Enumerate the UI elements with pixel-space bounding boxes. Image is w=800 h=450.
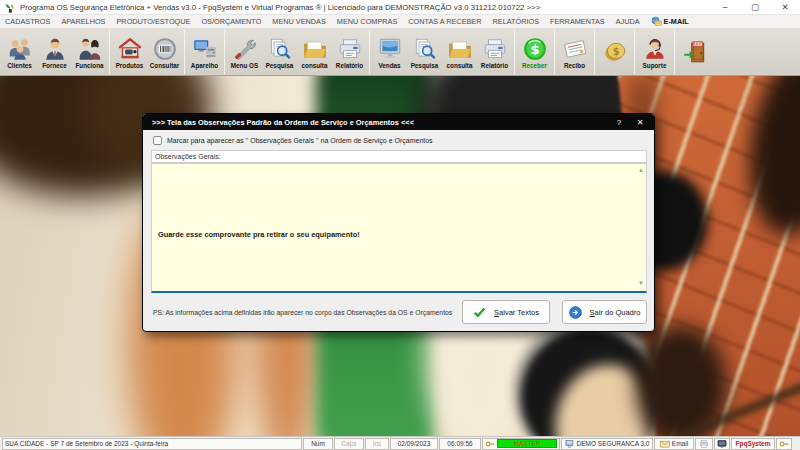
observacoes-textarea[interactable]: Guarde esse comprovante pra retirar o se… <box>151 163 647 293</box>
toolbar-button-funciona[interactable]: Funciona <box>72 30 107 74</box>
status-text: 02/09/2023 <box>398 440 431 447</box>
menu-item-os-orcamento[interactable]: OS/ORÇAMENTO <box>201 17 261 26</box>
menu-item-cadastros[interactable]: CADASTROS <box>5 17 50 26</box>
toolbar-button-label: Suporte <box>643 62 667 69</box>
statusbar: SUA CIDADE - SP 7 de Setembro de 2023 - … <box>0 436 800 450</box>
toolbar-button-aparelho[interactable]: Aparelho <box>187 30 222 74</box>
dialog-titlebar[interactable]: >>> Tela das Observações Padrão da Ordem… <box>143 114 654 130</box>
svg-text:EXIT: EXIT <box>693 42 703 46</box>
salvar-textos-button[interactable]: Salvar Textos <box>462 300 550 324</box>
status-segment-02-09-2023: 02/09/2023 <box>390 438 438 450</box>
maximize-button[interactable]: ▢ <box>740 0 770 15</box>
toolbar-button-receber[interactable]: $Receber <box>517 30 552 74</box>
checkbox-label: Marcar para aparecer as '' Observações G… <box>167 137 433 144</box>
menu-item-ajuda[interactable]: AJUDA <box>616 17 640 26</box>
vendas-icon <box>377 36 403 62</box>
observacoes-checkbox[interactable] <box>153 136 162 145</box>
status-segment-demo-seguranca-3-0: DEMO SEGURANCA 3.0 <box>561 438 653 450</box>
sair-do-quadro-button[interactable]: Sair do Quadro <box>562 300 647 324</box>
status-text: SUA CIDADE - SP 7 de Setembro de 2023 - … <box>5 440 168 447</box>
sair-icon: EXIT <box>682 39 708 65</box>
footer-note: PS: As informações acima definidas irão … <box>153 309 462 316</box>
toolbar-button-label: Aparelho <box>191 62 218 69</box>
toolbar: ClientesForneceFuncionaProdutosConsultar… <box>0 29 800 76</box>
scroll-up-icon[interactable]: ▲ <box>638 167 644 173</box>
status-segment-ins: Ins <box>365 438 389 450</box>
menu-item-menu-compras[interactable]: MENU COMPRAS <box>337 17 397 26</box>
email-globe-icon <box>651 16 662 27</box>
dialog-close-button[interactable]: ✕ <box>630 118 650 127</box>
toolbar-divider <box>184 30 185 74</box>
toolbar-button-label: Relatório <box>481 62 508 69</box>
consultar-icon <box>152 36 178 62</box>
menu-item-relatorios[interactable]: RELATÓRIOS <box>493 17 540 26</box>
toolbar-button-relatorio[interactable]: Relatório <box>332 30 367 74</box>
toolbar-button-relatorio[interactable]: Relatório <box>477 30 512 74</box>
status-text: Caps <box>341 440 356 447</box>
button-label: Sair do Quadro <box>590 308 641 317</box>
toolbar-button-moeda[interactable]: $ <box>597 30 632 74</box>
menu-item-aparelhos[interactable]: APARELHOS <box>61 17 105 26</box>
toolbar-button-produtos[interactable]: Produtos <box>112 30 147 74</box>
toolbar-button-label: Produtos <box>116 62 144 69</box>
chaves-icon <box>485 439 495 449</box>
background-photo: >>> Tela das Observações Padrão da Ordem… <box>0 76 800 436</box>
toolbar-button-consulta[interactable]: consulta <box>297 30 332 74</box>
dialog-help-button[interactable]: ? <box>608 118 630 127</box>
toolbar-button-clientes[interactable]: Clientes <box>2 30 37 74</box>
toolbar-button-pesquisa[interactable]: Pesquisa <box>262 30 297 74</box>
menu-item-label: E-MAIL <box>664 17 689 26</box>
menu-item-contas-a-receber[interactable]: CONTAS A RECEBER <box>408 17 481 26</box>
toolbar-divider <box>554 30 555 74</box>
close-button[interactable]: ✕ <box>770 0 800 15</box>
menu-item-menu-vendas[interactable]: MENU VENDAS <box>272 17 326 26</box>
menu-item-email[interactable]: E-MAIL <box>651 16 689 27</box>
textarea-value: Guarde esse comprovante pra retirar o se… <box>158 230 360 239</box>
recibo-icon <box>562 36 588 62</box>
toolbar-divider <box>634 30 635 74</box>
toolbar-button-label: Menu OS <box>231 62 258 69</box>
pesquisa-icon <box>267 36 293 62</box>
status-segment-caps: Caps <box>334 438 364 450</box>
menubar: CADASTROSAPARELHOSPRODUTO/ESTOQUEOS/ORÇA… <box>0 15 800 29</box>
toolbar-button-label: Consultar <box>150 62 179 69</box>
checkbox-row: Marcar para aparecer as '' Observações G… <box>153 136 433 145</box>
toolbar-button-label: Pesquisa <box>411 62 439 69</box>
toolbar-divider <box>594 30 595 74</box>
produtos-icon <box>117 36 143 62</box>
status-segment-master: MASTER <box>482 438 560 450</box>
toolbar-button-label: Vendas <box>378 62 400 69</box>
dialog-footer: PS: As informações acima definidas irão … <box>153 300 647 324</box>
fornece-icon <box>42 36 68 62</box>
receber-icon: $ <box>522 36 548 62</box>
window-title: Programa OS Segurança Eletrônica + Venda… <box>20 3 710 12</box>
toolbar-button-label: consulta <box>447 62 473 69</box>
toolbar-button-menu-os[interactable]: Menu OS <box>227 30 262 74</box>
status-segment-printersm <box>695 438 713 450</box>
toolbar-button-label: Fornece <box>42 62 67 69</box>
minimize-button[interactable]: – <box>710 0 740 15</box>
toolbar-button-recibo[interactable]: Recibo <box>557 30 592 74</box>
scroll-down-icon[interactable]: ▼ <box>638 280 644 286</box>
toolbar-button-suporte[interactable]: Suporte <box>637 30 672 74</box>
menu-item-produto-estoque[interactable]: PRODUTO/ESTOQUE <box>117 17 191 26</box>
toolbar-button-sair[interactable]: EXIT <box>677 30 712 74</box>
toolbar-divider <box>224 30 225 74</box>
toolbar-button-label: Pesquisa <box>266 62 294 69</box>
consulta-icon <box>302 36 328 62</box>
menu-item-ferramentas[interactable]: FERRAMENTAS <box>550 17 605 26</box>
menubar-items: CADASTROSAPARELHOSPRODUTO/ESTOQUEOS/ORÇA… <box>5 17 640 26</box>
pc-icon <box>565 439 575 449</box>
toolbar-button-label: Relatório <box>336 62 363 69</box>
toolbar-divider <box>109 30 110 74</box>
envelope-icon <box>660 439 670 449</box>
toolbar-button-consultar[interactable]: Consultar <box>147 30 182 74</box>
status-segment-screensm <box>714 438 730 450</box>
window-controls: – ▢ ✕ <box>710 0 800 15</box>
toolbar-button-vendas[interactable]: Vendas <box>372 30 407 74</box>
toolbar-button-pesquisa[interactable]: Pesquisa <box>407 30 442 74</box>
consulta-icon <box>447 36 473 62</box>
toolbar-button-consulta[interactable]: consulta <box>442 30 477 74</box>
dialog-buttons: Salvar TextosSair do Quadro <box>462 300 647 324</box>
toolbar-button-fornece[interactable]: Fornece <box>37 30 72 74</box>
